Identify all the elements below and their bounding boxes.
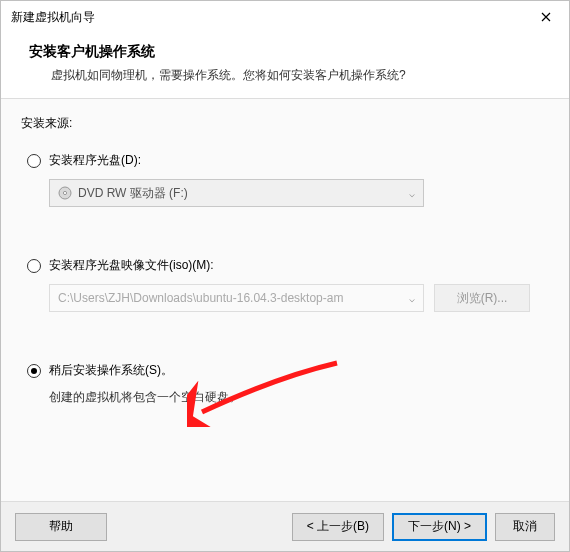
radio-iso-label: 安装程序光盘映像文件(iso)(M):: [49, 257, 214, 274]
disc-dropdown[interactable]: DVD RW 驱动器 (F:) ⌵: [49, 179, 424, 207]
wizard-header: 安装客户机操作系统 虚拟机如同物理机，需要操作系统。您将如何安装客户机操作系统?: [1, 33, 569, 99]
radio-disc-label: 安装程序光盘(D):: [49, 152, 141, 169]
close-button[interactable]: [523, 1, 569, 33]
chevron-down-icon: ⌵: [409, 293, 415, 304]
radio-disc[interactable]: 安装程序光盘(D):: [21, 152, 549, 169]
back-button[interactable]: < 上一步(B): [292, 513, 384, 541]
radio-icon: [27, 154, 41, 168]
radio-later[interactable]: 稍后安装操作系统(S)。: [21, 362, 549, 379]
cancel-button[interactable]: 取消: [495, 513, 555, 541]
source-label: 安装来源:: [21, 115, 549, 132]
disc-dropdown-text: DVD RW 驱动器 (F:): [78, 185, 188, 202]
radio-later-label: 稍后安装操作系统(S)。: [49, 362, 173, 379]
window-title: 新建虚拟机向导: [11, 9, 523, 26]
iso-path-value: C:\Users\ZJH\Downloads\ubuntu-16.04.3-de…: [58, 291, 343, 305]
iso-path-input[interactable]: C:\Users\ZJH\Downloads\ubuntu-16.04.3-de…: [49, 284, 424, 312]
radio-icon: [27, 364, 41, 378]
wizard-footer: 帮助 < 上一步(B) 下一步(N) > 取消: [1, 501, 569, 551]
close-icon: [541, 12, 551, 22]
option-iso-group: 安装程序光盘映像文件(iso)(M): C:\Users\ZJH\Downloa…: [21, 257, 549, 312]
help-button[interactable]: 帮助: [15, 513, 107, 541]
wizard-body: 安装来源: 安装程序光盘(D): DVD RW 驱动器 (F:) ⌵ 安装程序光…: [1, 99, 569, 501]
next-button[interactable]: 下一步(N) >: [392, 513, 487, 541]
radio-icon: [27, 259, 41, 273]
radio-iso[interactable]: 安装程序光盘映像文件(iso)(M):: [21, 257, 549, 274]
header-subtitle: 虚拟机如同物理机，需要操作系统。您将如何安装客户机操作系统?: [29, 67, 549, 84]
disc-icon: [58, 186, 72, 200]
option-later-group: 稍后安装操作系统(S)。 创建的虚拟机将包含一个空白硬盘。: [21, 362, 549, 406]
wizard-dialog: 新建虚拟机向导 安装客户机操作系统 虚拟机如同物理机，需要操作系统。您将如何安装…: [0, 0, 570, 552]
option-disc-group: 安装程序光盘(D): DVD RW 驱动器 (F:) ⌵: [21, 152, 549, 207]
chevron-down-icon: ⌵: [409, 188, 415, 199]
header-title: 安装客户机操作系统: [29, 43, 549, 61]
titlebar: 新建虚拟机向导: [1, 1, 569, 33]
svg-point-1: [63, 191, 66, 194]
browse-button[interactable]: 浏览(R)...: [434, 284, 530, 312]
later-hint: 创建的虚拟机将包含一个空白硬盘。: [49, 389, 549, 406]
